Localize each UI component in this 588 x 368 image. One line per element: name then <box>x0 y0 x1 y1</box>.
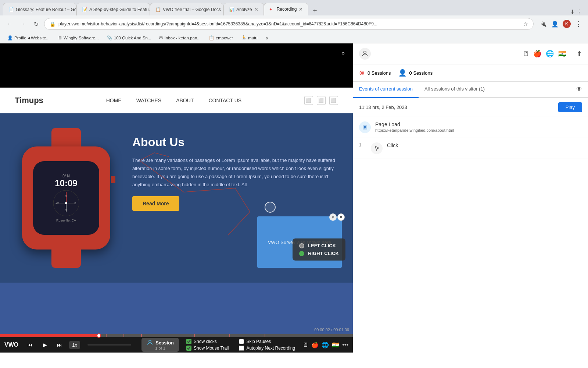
bookmark-100quick[interactable]: 📎 100 Quick And Sn... <box>104 35 154 41</box>
bookmark-wingify[interactable]: 🖥 Wingify Software... <box>55 35 102 41</box>
vwo-logo[interactable]: VWO <box>4 342 18 348</box>
tab-label-5: Recording <box>277 7 297 12</box>
autoplay-checkbox[interactable] <box>239 346 244 351</box>
mini-progress[interactable] <box>87 344 131 346</box>
bookmark-s[interactable]: s <box>263 35 271 41</box>
forward-button[interactable]: → <box>18 19 28 29</box>
recorded-site: Timups HOME WATCHES ABOUT CONTACT US ⬜ ⬜… <box>0 43 353 334</box>
new-tab-button[interactable]: ＋ <box>310 5 320 15</box>
session-badge: Session 1 of 1 <box>141 338 179 352</box>
site-about: About Us There are many variations of pa… <box>132 128 338 211</box>
panel-header: 🖥 🍎 🌐 🇮🇳 ⬆ <box>353 43 588 64</box>
bookmark-star-icon[interactable]: ☆ <box>523 21 528 27</box>
tab-favicon-4: 📊 <box>229 7 234 12</box>
survey-close-button[interactable]: ✕ <box>337 213 345 221</box>
tab-analyze[interactable]: 📊 Analyze ✕ <box>223 3 264 15</box>
site-black-top <box>0 43 353 88</box>
share-icon[interactable]: ⬆ <box>577 50 582 58</box>
globe-button[interactable]: 🌐 <box>322 342 329 348</box>
tab-stepbystep[interactable]: 📝 A Step-by-step Guide to Featu... ✕ <box>76 3 150 15</box>
time-current: 00:00:02 <box>314 328 330 332</box>
user-avatar[interactable]: K <box>562 19 572 29</box>
bookmarks-bar: 👤 Profile ◂ Website... 🖥 Wingify Softwar… <box>0 32 588 43</box>
show-trail-label[interactable]: Show Mouse Trail <box>186 346 229 351</box>
extensions-icon[interactable]: 🔌 <box>538 19 548 29</box>
desktop-view-button[interactable]: 🖥 <box>302 342 308 348</box>
bookmark-label-4: Inbox - ketan.pan... <box>164 36 200 40</box>
address-bar-icons: ☆ <box>523 21 528 27</box>
read-more-button[interactable]: Read More <box>132 196 179 211</box>
eye-icon[interactable]: 👁 <box>570 82 588 97</box>
back-button[interactable]: ← <box>4 19 15 29</box>
reload-button[interactable]: ↻ <box>31 19 41 29</box>
right-click-legend: RIGHT CLICK <box>299 251 339 256</box>
nav-about: ABOUT <box>176 98 194 103</box>
apple-button[interactable]: 🍎 <box>311 342 319 348</box>
player-area: Timups HOME WATCHES ABOUT CONTACT US ⬜ ⬜… <box>0 43 353 353</box>
tab-vwo[interactable]: 📋 VWO free trial – Google Docs ✕ <box>150 3 223 15</box>
show-trail-text: Show Mouse Trail <box>194 346 229 351</box>
autoplay-label[interactable]: Autoplay Next Recording <box>239 346 295 351</box>
person-icon <box>147 339 153 346</box>
tab-glossary[interactable]: 📄 Glossary: Feature Rollout – Go... ✕ <box>3 3 76 15</box>
play-pause-button[interactable]: ▶ <box>40 340 50 350</box>
progress-fill <box>0 334 99 337</box>
site-logo: Timups <box>15 96 43 105</box>
tab-bar: 📄 Glossary: Feature Rollout – Go... ✕ 📝 … <box>0 0 588 15</box>
more-options-button[interactable]: ••• <box>342 342 348 348</box>
tab-close-4[interactable]: ✕ <box>254 7 258 12</box>
tab-favicon-3: 📋 <box>155 7 161 12</box>
show-trail-checkbox[interactable] <box>186 346 191 351</box>
tab-close-5[interactable]: ✕ <box>299 7 303 12</box>
skip-pauses-checkbox[interactable] <box>239 339 244 344</box>
tab-favicon-1: 📄 <box>8 7 14 12</box>
speed-control[interactable]: 1x <box>69 341 80 349</box>
progress-bar[interactable]: 00:00:02 / 00:01:06 <box>0 334 353 337</box>
page-load-icon <box>359 121 371 133</box>
progress-thumb <box>97 333 101 338</box>
tab-current-session[interactable]: Events of current session <box>353 82 419 98</box>
tab-favicon-2: 📝 <box>82 7 87 12</box>
prev-button[interactable]: ⏮ <box>25 340 35 350</box>
ok-sessions-count: 0 Sessions <box>409 70 433 76</box>
profile-icon[interactable]: 👤 <box>550 19 560 29</box>
bookmark-mutu[interactable]: 🏃 mutu <box>238 35 261 41</box>
cart-icon: ⬜ <box>304 96 313 105</box>
ok-sessions-stat: 👤 0 Sessions <box>398 69 433 77</box>
nav-contact: CONTACT US <box>208 98 241 103</box>
bookmark-label-7: s <box>266 36 268 40</box>
watch-band-bottom <box>51 246 81 268</box>
play-recording-button[interactable]: Play <box>558 102 582 112</box>
time-display: 00:00:02 / 00:01:06 <box>314 328 349 332</box>
click-icon <box>371 142 383 154</box>
bookmark-icon-4: ✉ <box>159 35 163 40</box>
watch-body: 0° N 10:09 N S <box>22 146 110 250</box>
svg-text:W: W <box>56 202 59 205</box>
bookmark-profile[interactable]: 👤 Profile ◂ Website... <box>4 35 53 41</box>
next-button[interactable]: ⏭ <box>54 340 65 350</box>
tab-all-sessions[interactable]: All sessions of this visitor (1) <box>419 82 491 98</box>
svg-text:N: N <box>65 194 67 197</box>
progress-tick-4 <box>194 334 195 337</box>
show-clicks-label[interactable]: Show clicks <box>186 339 229 344</box>
skip-pauses-label[interactable]: Skip Pauses <box>239 339 295 344</box>
bookmark-label-6: mutu <box>248 36 258 40</box>
about-title: About Us <box>132 135 338 149</box>
bookmark-empower[interactable]: 📋 empower <box>206 35 236 41</box>
session-sub: 1 of 1 <box>155 346 165 350</box>
flag-button[interactable]: 🇮🇳 <box>332 342 339 348</box>
survey-collapse-button[interactable]: ▼ <box>329 213 337 221</box>
tab-recording[interactable]: ● Recording ✕ <box>264 3 309 15</box>
watch-crown-button <box>111 176 115 183</box>
error-sessions-stat: ⊗ 0 Sessions <box>359 69 391 77</box>
expand-button[interactable]: » <box>337 47 349 59</box>
menu-button[interactable]: ⋮ <box>573 19 584 29</box>
desktop-icon: 🖥 <box>522 50 529 58</box>
show-clicks-checkbox[interactable] <box>186 339 191 344</box>
watch-compass-graphic: N S W E <box>51 188 81 218</box>
watch-compass: 0° N <box>62 174 70 178</box>
address-bar[interactable]: 🔒 player.vwo.me/visitor-behavior-analysi… <box>44 18 534 30</box>
bookmark-inbox[interactable]: ✉ Inbox - ketan.pan... <box>156 35 203 41</box>
left-click-label: LEFT CLICK <box>308 243 336 248</box>
ok-sessions-icon: 👤 <box>398 69 406 77</box>
